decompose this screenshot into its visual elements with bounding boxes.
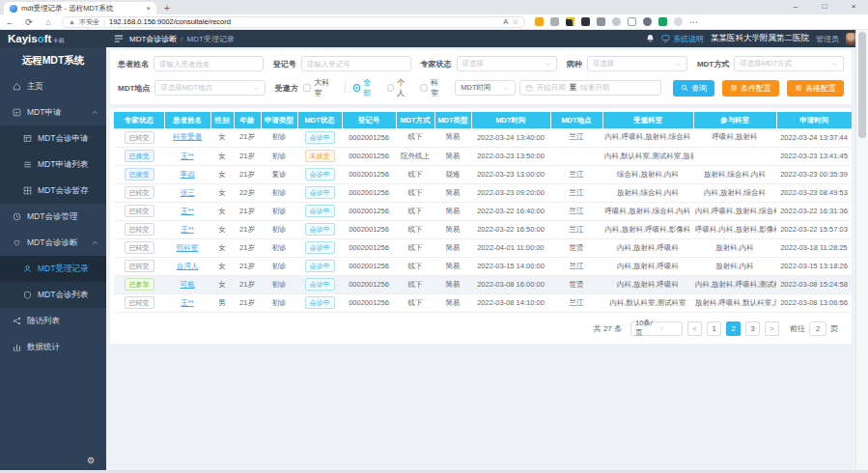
extension-icon[interactable]	[612, 17, 621, 26]
column-header[interactable]: MDT时间	[471, 112, 550, 128]
split-screen-icon[interactable]	[628, 17, 636, 26]
table-row[interactable]: 已接受 李四 女 21岁 复诊 会诊中 0002001256 线下 疑难 202…	[114, 165, 852, 183]
extension-icon[interactable]	[566, 17, 574, 26]
extension-icon[interactable]	[597, 17, 605, 26]
column-header[interactable]: 患者姓名	[164, 112, 210, 128]
column-header[interactable]: MDT类型	[434, 112, 471, 128]
column-header[interactable]: 专家状态	[114, 112, 164, 128]
patient-name-link[interactable]: 张三	[181, 188, 195, 197]
window-maximize-button[interactable]: □	[810, 0, 839, 14]
back-icon[interactable]: ←	[0, 17, 19, 27]
page-number-button[interactable]: 3	[745, 321, 760, 336]
condition-config-button[interactable]: 条件配置	[722, 80, 779, 97]
goto-page-input[interactable]: 2	[809, 321, 826, 336]
patient-name-link[interactable]: 王**	[181, 152, 193, 160]
page-number-button[interactable]: 1	[707, 321, 721, 336]
column-header[interactable]: MDT方式	[396, 112, 434, 128]
read-aloud-icon[interactable]: A	[503, 17, 508, 26]
disease-select[interactable]: 请选择	[587, 56, 687, 71]
apply-time-cell: 2022-03-23 08:49:53	[776, 183, 852, 202]
sidebar-item-mdt-consult-list[interactable]: MDT会诊列表	[0, 282, 106, 308]
sidebar-item-statistics[interactable]: 数据统计	[0, 334, 106, 360]
table-config-button[interactable]: 表格配置	[787, 80, 844, 97]
sidebar-group-mdt-diagnosis[interactable]: MDT会诊诊断	[0, 230, 106, 256]
patient-name-link[interactable]: 王**	[181, 225, 193, 234]
column-header[interactable]: 性别	[210, 112, 234, 128]
column-header[interactable]: MDT地点	[550, 112, 602, 128]
home-icon[interactable]: ⌂	[39, 17, 58, 27]
window-close-button[interactable]: ×	[839, 0, 868, 14]
regno-input[interactable]	[307, 60, 406, 69]
bell-icon[interactable]	[646, 30, 655, 47]
table-row[interactable]: 已转交 王** 男 21岁 初诊 会诊中 0002001256 线下 简易 20…	[114, 293, 852, 312]
sidebar-item-home[interactable]: 主页	[0, 73, 106, 99]
next-page-button[interactable]: >	[765, 321, 779, 336]
profile-icon[interactable]	[674, 17, 683, 26]
table-row[interactable]: 已转交 王** 女 21岁 初诊 会诊中 0002001256 线下 简易 20…	[114, 202, 852, 220]
settings-gear-icon[interactable]: ⚙	[87, 456, 95, 465]
table-row[interactable]: 已转交 熙科室 女 21岁 初诊 会诊中 0002001256 线下 简易 20…	[114, 238, 852, 257]
column-header[interactable]: 申请时间	[776, 112, 852, 128]
column-header[interactable]: MDT状态	[297, 112, 342, 128]
date-range-picker[interactable]: 开始日期 至 结束日期	[519, 80, 661, 96]
radio-option[interactable]: 全部	[353, 77, 378, 98]
page-scrollbar[interactable]	[855, 30, 868, 470]
prev-page-button[interactable]: <	[687, 321, 702, 336]
browser-essentials-icon[interactable]	[643, 17, 652, 26]
patient-name-link[interactable]: 王**	[181, 298, 193, 307]
expert-status-select[interactable]: 请选择	[457, 56, 557, 71]
table-row[interactable]: 已转交 台湾人 女 21岁 初诊 会诊中 0002001256 线下 简易 20…	[114, 257, 852, 275]
column-header[interactable]: 参与科室	[693, 112, 776, 128]
patient-name-link[interactable]: 熙科室	[177, 243, 199, 252]
mdt-mode-select[interactable]: 请选择MDT方式	[734, 56, 844, 71]
table-row[interactable]: 已参加 可栽 女 21岁 初诊 会诊中 0002001256 线下 简易 202…	[114, 275, 852, 293]
table-row[interactable]: 已转交 科室受邀 女 21岁 初诊 会诊中 0002001256 线下 简易 2…	[114, 128, 852, 147]
refresh-icon[interactable]: ⟳	[19, 17, 39, 27]
mdt-time-select[interactable]: MDT时间	[455, 80, 515, 96]
patient-name-link[interactable]: 王**	[181, 207, 193, 215]
sidebar-collapse-icon[interactable]	[114, 34, 124, 43]
column-header[interactable]: 受邀科室	[602, 112, 693, 128]
scrollbar-thumb[interactable]	[858, 32, 866, 138]
sidebar-item-mdt-manage[interactable]: MDT会诊管理	[0, 204, 106, 230]
patient-name-input[interactable]	[159, 60, 258, 69]
favorite-icon[interactable]: ☆	[512, 17, 518, 26]
column-header[interactable]: 登记号	[342, 112, 396, 128]
page-number-button[interactable]: 2	[726, 321, 741, 336]
patient-name-link[interactable]: 李四	[181, 170, 195, 179]
sidebar-item-followup-list[interactable]: 随访列表	[0, 308, 106, 334]
browser-menu-icon[interactable]: ⋯	[689, 17, 699, 27]
tab-close-icon[interactable]: ×	[146, 5, 151, 13]
sidebar-item-mdt-consult-apply[interactable]: MDT会诊申请	[0, 125, 106, 152]
window-minimize-button[interactable]: –	[781, 0, 810, 14]
new-tab-button[interactable]: +	[164, 2, 170, 14]
extension-icon[interactable]	[535, 17, 544, 26]
patient-name-link[interactable]: 台湾人	[177, 262, 199, 270]
column-header[interactable]: 申请类型	[261, 112, 297, 128]
table-row[interactable]: 已转交 张三 女 22岁 初诊 会诊中 0002001256 线下 简易 202…	[114, 183, 852, 202]
sidebar-item-mdt-consult-draft[interactable]: MDT会诊暂存	[0, 178, 106, 204]
column-header[interactable]: 年龄	[234, 112, 261, 128]
breadcrumb: MDT会诊诊断 / MDT受理记录	[129, 34, 235, 44]
patient-name-link[interactable]: 科室受邀	[173, 132, 202, 141]
search-button[interactable]: 查询	[673, 80, 714, 97]
address-bar[interactable]: ▲ 不安全 | 192.168.0.156:9002/consultale/re…	[62, 16, 525, 28]
mdt-status-badge: 未接受	[305, 150, 335, 163]
sidebar-item-mdt-accept-records[interactable]: MDT受理记录	[0, 256, 106, 282]
mdt-place-select[interactable]: 请选择MDT地点	[154, 80, 266, 96]
breadcrumb-parent[interactable]: MDT会诊诊断	[129, 34, 177, 44]
page-size-select[interactable]: 10条/页	[630, 321, 683, 336]
patient-name-link[interactable]: 可栽	[181, 280, 195, 289]
table-row[interactable]: 已接受 王** 女 21岁 初诊 未接受 0002001256 院外线上 简易 …	[114, 147, 852, 165]
system-help-link[interactable]: 系统说明	[661, 34, 704, 44]
radio-option[interactable]: 个人	[387, 77, 412, 98]
table-row[interactable]: 已转交 王** 女 21岁 初诊 会诊中 0002001256 线下 简易 20…	[114, 220, 852, 238]
big-dept-checkbox[interactable]: 大科室	[303, 77, 337, 98]
extension-icon[interactable]	[581, 17, 590, 26]
sidebar-item-mdt-apply-list[interactable]: MDT申请列表	[0, 152, 106, 178]
browser-tab[interactable]: mdt受理记录 - 远程MDT系统 ×	[4, 2, 156, 14]
radio-option[interactable]: 科室	[420, 77, 445, 98]
extension-icon[interactable]	[658, 17, 667, 26]
extension-icon[interactable]	[550, 17, 559, 26]
sidebar-group-mdt-apply[interactable]: MDT申请	[0, 99, 106, 125]
